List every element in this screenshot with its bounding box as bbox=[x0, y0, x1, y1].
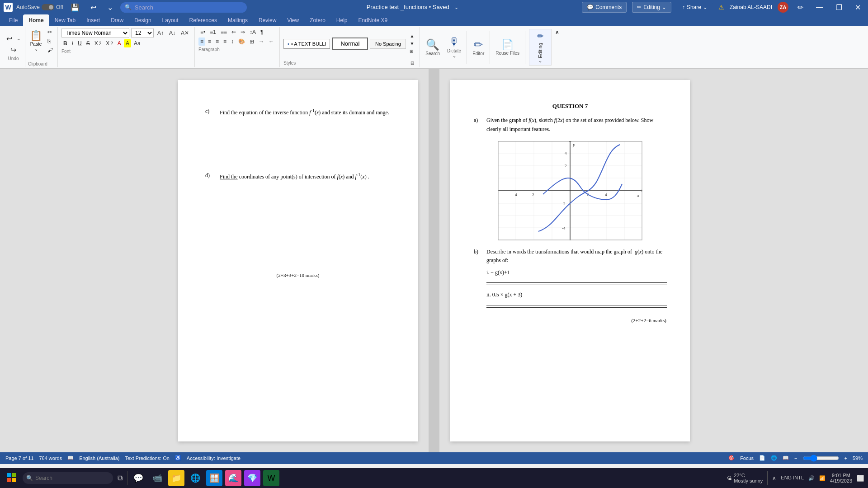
ltr-btn[interactable]: → bbox=[257, 38, 266, 46]
save-button[interactable]: 💾 bbox=[67, 1, 83, 14]
format-painter-button[interactable]: 🖌 bbox=[46, 46, 55, 54]
undo-toolbar-btn[interactable]: ↩ bbox=[5, 33, 14, 44]
paste-button[interactable]: 📋 Paste ⌄ bbox=[28, 28, 44, 53]
restore-button[interactable]: ❐ bbox=[832, 1, 846, 14]
sort-btn[interactable]: ↕A bbox=[248, 28, 258, 36]
tab-layout[interactable]: Layout bbox=[157, 14, 184, 26]
start-button[interactable] bbox=[4, 471, 20, 485]
bullets-btn[interactable]: ≡• bbox=[198, 28, 207, 36]
spell-check-icon[interactable]: 📖 bbox=[67, 455, 74, 461]
clock-widget[interactable]: 9:01 PM 4/19/2023 bbox=[830, 473, 852, 483]
volume-icon[interactable]: 🔊 bbox=[808, 475, 815, 481]
editing-panel[interactable]: ✏ Editing ⌄ bbox=[529, 29, 552, 66]
language[interactable]: English (Australia) bbox=[79, 455, 119, 461]
highlight-btn[interactable]: A bbox=[124, 39, 131, 47]
user-avatar[interactable]: ZA bbox=[778, 2, 788, 13]
show-hidden-icons-btn[interactable]: ∧ bbox=[772, 475, 776, 481]
pen-button[interactable]: ✏ bbox=[794, 1, 807, 14]
taskbar-app-video[interactable]: 📹 bbox=[149, 470, 165, 486]
view-read-icon[interactable]: 📖 bbox=[783, 455, 789, 461]
weather-widget[interactable]: 🌤 22°C Mostly sunny bbox=[727, 473, 763, 483]
tab-file[interactable]: File bbox=[4, 14, 23, 26]
font-name-selector[interactable]: Times New Roman bbox=[61, 28, 129, 38]
reuse-files-item[interactable]: 📄 Reuse Files bbox=[494, 37, 521, 57]
customize-button[interactable]: ⌄ bbox=[104, 1, 117, 14]
taskbar-app-extra[interactable]: 💎 bbox=[244, 470, 260, 486]
undo-dropdown-btn[interactable]: ⌄ bbox=[15, 33, 22, 44]
collapse-ribbon-btn[interactable]: ∧ bbox=[555, 29, 559, 35]
styles-scroll-down-btn[interactable]: ▼ bbox=[408, 40, 416, 47]
close-button[interactable]: ✕ bbox=[851, 1, 864, 14]
editing-dropdown-button[interactable]: ✏ Editing ⌄ bbox=[632, 2, 671, 13]
indent-dec-btn[interactable]: ⇐ bbox=[230, 28, 238, 36]
redo-toolbar-btn[interactable]: ↪ bbox=[9, 45, 18, 55]
styles-scroll-up-btn[interactable]: ▲ bbox=[408, 33, 416, 39]
bullet-style-item[interactable]: • • A TEXT BULLI bbox=[283, 39, 330, 49]
zoom-in-icon[interactable]: + bbox=[844, 455, 847, 461]
clear-format-btn[interactable]: A✕ bbox=[179, 29, 191, 37]
font-size-selector[interactable]: 12 bbox=[131, 28, 154, 38]
tab-newtab[interactable]: New Tab bbox=[49, 14, 81, 26]
bold-btn[interactable]: B bbox=[61, 39, 69, 47]
tab-design[interactable]: Design bbox=[129, 14, 156, 26]
italic-btn[interactable]: I bbox=[70, 39, 75, 47]
rtl-btn[interactable]: ← bbox=[267, 38, 276, 46]
text-predictions[interactable]: Text Predictions: On bbox=[125, 455, 169, 461]
align-left-btn[interactable]: ≡ bbox=[198, 38, 205, 46]
taskbar-search-input[interactable] bbox=[23, 472, 113, 484]
cut-button[interactable]: ✂ bbox=[46, 28, 55, 36]
title-search-input[interactable] bbox=[120, 2, 247, 13]
align-center-btn[interactable]: ≡ bbox=[206, 38, 213, 46]
no-spacing-style-item[interactable]: No Spacing bbox=[370, 39, 406, 49]
zoom-out-icon[interactable]: − bbox=[794, 455, 797, 461]
tab-endnote[interactable]: EndNote X9 bbox=[353, 14, 393, 26]
autosave-toggle[interactable]: AutoSave Off bbox=[16, 4, 63, 10]
normal-style-item[interactable]: Normal bbox=[332, 38, 368, 50]
title-dropdown-btn[interactable]: ⌄ bbox=[451, 3, 462, 12]
view-web-icon[interactable]: 🌐 bbox=[771, 455, 777, 461]
font-case-btn[interactable]: Aa bbox=[132, 39, 142, 47]
tab-mailings[interactable]: Mailings bbox=[222, 14, 253, 26]
editor-search-item[interactable]: 🔍 Search bbox=[424, 37, 442, 58]
subscript-btn[interactable]: X2 bbox=[93, 39, 104, 47]
taskbar-app-word[interactable]: W bbox=[263, 470, 279, 486]
taskbar-app-chat[interactable]: 💬 bbox=[130, 470, 146, 486]
tab-home[interactable]: Home bbox=[23, 14, 49, 26]
editor-item[interactable]: ✏ Editor bbox=[471, 37, 486, 58]
strikethrough-btn[interactable]: S bbox=[85, 39, 92, 47]
align-right-btn[interactable]: ≡ bbox=[214, 38, 221, 46]
styles-dialog-btn[interactable]: ⊟ bbox=[409, 60, 416, 66]
taskbar-app-chrome[interactable]: 🌐 bbox=[187, 470, 203, 486]
focus-label[interactable]: Focus bbox=[740, 455, 754, 461]
tab-review[interactable]: Review bbox=[253, 14, 282, 26]
share-button[interactable]: ↑ Share ⌄ bbox=[677, 2, 713, 12]
show-desktop-btn[interactable]: ⬜ bbox=[857, 475, 864, 482]
justify-btn[interactable]: ≡ bbox=[222, 38, 228, 46]
line-spacing-btn[interactable]: ↕ bbox=[229, 38, 236, 46]
underline-btn[interactable]: U bbox=[76, 39, 84, 47]
minimize-button[interactable]: — bbox=[812, 1, 827, 13]
view-print-icon[interactable]: 📄 bbox=[759, 455, 765, 461]
increase-font-btn[interactable]: A↑ bbox=[156, 29, 165, 37]
accessibility-label[interactable]: Accessibility: Investigate bbox=[187, 455, 241, 461]
styles-expand-btn[interactable]: ⊞ bbox=[408, 48, 416, 55]
taskbar-app-files[interactable]: 📁 bbox=[168, 470, 184, 486]
indent-inc-btn[interactable]: ⇒ bbox=[239, 28, 247, 36]
zoom-level[interactable]: 59% bbox=[853, 455, 863, 461]
zoom-slider[interactable] bbox=[803, 455, 839, 462]
numbering-btn[interactable]: ≡1 bbox=[208, 28, 218, 36]
network-icon[interactable]: 📶 bbox=[819, 475, 826, 481]
multilevel-btn[interactable]: ≡≡ bbox=[219, 28, 229, 36]
copy-button[interactable]: ⎘ bbox=[46, 37, 55, 45]
tab-draw[interactable]: Draw bbox=[105, 14, 129, 26]
tab-help[interactable]: Help bbox=[331, 14, 353, 26]
dictate-item[interactable]: 🎙 Dictate ⌄ bbox=[445, 34, 463, 60]
tab-view[interactable]: View bbox=[282, 14, 304, 26]
borders-btn[interactable]: ⊞ bbox=[248, 38, 256, 46]
superscript-btn[interactable]: X2 bbox=[104, 39, 115, 47]
comments-button[interactable]: 💬 Comments bbox=[582, 2, 627, 13]
task-view-button[interactable]: ⧉ bbox=[116, 472, 124, 484]
taskbar-app-edge[interactable]: 🌊 bbox=[225, 470, 241, 486]
font-color-btn[interactable]: A bbox=[116, 39, 123, 47]
paragraph-mark-btn[interactable]: ¶ bbox=[259, 28, 265, 36]
